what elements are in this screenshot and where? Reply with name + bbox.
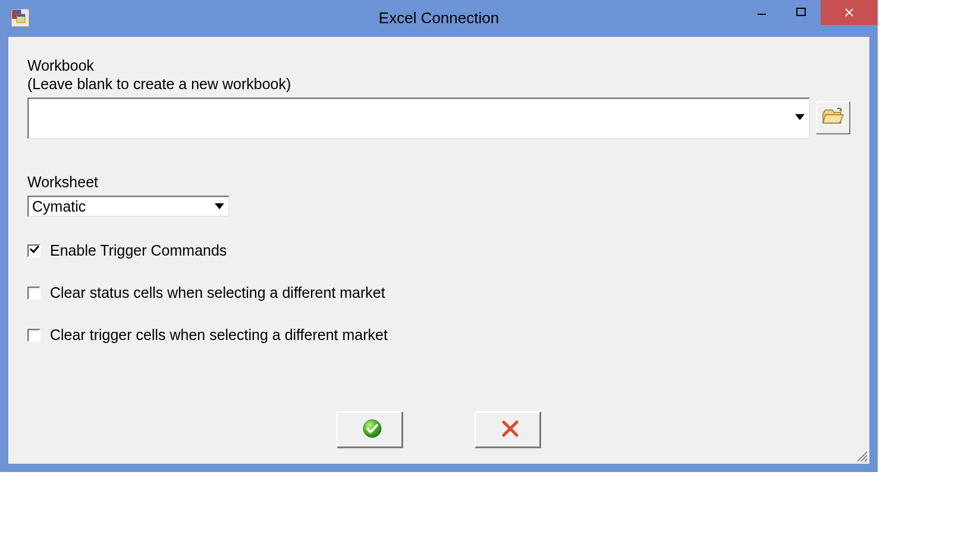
clear-status-row: Clear status cells when selecting a diff… (27, 284, 850, 301)
clear-trigger-row: Clear trigger cells when selecting a dif… (27, 326, 850, 344)
chevron-down-icon[interactable] (792, 99, 808, 136)
close-button[interactable] (821, 0, 878, 25)
cancel-button[interactable] (475, 411, 541, 448)
x-icon (500, 419, 520, 441)
workbook-hint: (Leave blank to create a new workbook) (27, 76, 850, 93)
svg-marker-9 (795, 114, 805, 120)
check-circle-icon (362, 419, 382, 441)
clear-trigger-checkbox[interactable] (27, 329, 40, 342)
minimize-button[interactable] (742, 0, 781, 25)
svg-marker-11 (823, 115, 843, 123)
window-controls (742, 0, 878, 27)
resize-grip[interactable] (854, 448, 868, 463)
app-icon (11, 8, 30, 27)
svg-line-19 (865, 459, 867, 461)
workbook-combo[interactable] (27, 97, 810, 139)
titlebar: Excel Connection (0, 0, 878, 36)
svg-rect-6 (797, 8, 805, 15)
svg-rect-3 (12, 10, 21, 12)
clear-trigger-label: Clear trigger cells when selecting a dif… (50, 326, 388, 344)
ok-button[interactable] (337, 411, 403, 448)
svg-marker-13 (215, 203, 224, 209)
enable-trigger-row: Enable Trigger Commands (27, 242, 850, 259)
browse-button[interactable] (816, 101, 850, 134)
workbook-label: Workbook (27, 57, 850, 74)
clear-status-label: Clear status cells when selecting a diff… (50, 284, 385, 301)
enable-trigger-label: Enable Trigger Commands (50, 242, 227, 259)
worksheet-label: Worksheet (27, 174, 850, 191)
dialog-actions (8, 411, 869, 448)
chevron-down-icon[interactable] (212, 197, 227, 216)
worksheet-value: Cymatic (32, 198, 212, 215)
svg-rect-4 (17, 14, 25, 17)
clear-status-checkbox[interactable] (27, 287, 40, 300)
folder-open-icon (822, 106, 844, 129)
window: Excel Connection Workbook (Leave blank t… (0, 0, 878, 472)
maximize-button[interactable] (781, 0, 821, 25)
enable-trigger-checkbox[interactable] (27, 244, 40, 257)
client-area: Workbook (Leave blank to create a new wo… (8, 37, 869, 464)
worksheet-combo[interactable]: Cymatic (27, 196, 230, 217)
